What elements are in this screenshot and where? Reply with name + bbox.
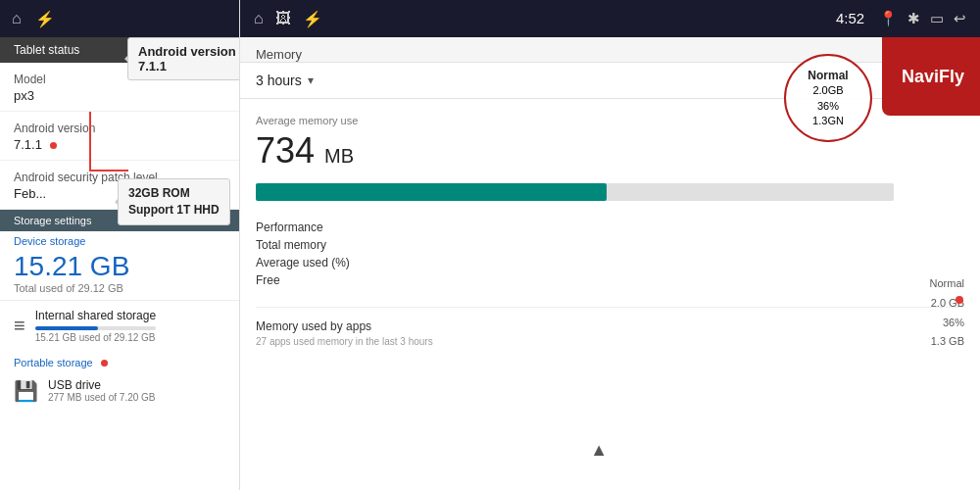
status-icons-right: 📍 ✱ ▭ ↩ [879, 10, 966, 27]
normal-label: Normal [808, 68, 848, 84]
normal-v3: 1.3GN [812, 114, 844, 128]
internal-storage-title: Internal shared storage [35, 309, 156, 322]
stat-total: Total memory [256, 238, 350, 252]
usb-drive-text: USB drive 277 MB used of 7.20 GB [48, 378, 156, 403]
memory-label: Memory [256, 47, 302, 62]
internal-storage-sub: 15.21 GB used of 29.12 GB [35, 332, 156, 343]
tablet-status-panel: ⌂ ⚡ Tablet status Model px3 Android vers… [0, 0, 240, 490]
bluetooth-icon: ✱ [907, 10, 920, 27]
storage-callout: 32GB ROM Support 1T HHD [118, 178, 230, 225]
device-storage-link[interactable]: Device storage [0, 231, 239, 247]
memory-stat-col: Performance Total memory Average used (%… [256, 220, 350, 291]
memory-apps-sub: 27 apps used memory in the last 3 hours [256, 336, 964, 347]
usb-icon-r: ⚡ [303, 10, 322, 28]
storage-size-section: 15.21 GB Total used of 29.12 GB [0, 247, 239, 300]
stat-performance: Performance [256, 220, 350, 234]
upload-icon[interactable]: ▲ [590, 440, 608, 461]
internal-storage-text: Internal shared storage 15.21 GB used of… [35, 309, 156, 343]
back-icon: ↩ [954, 10, 966, 27]
android-version-label: Android version [14, 122, 225, 135]
usb-drive-title: USB drive [48, 378, 156, 392]
portable-storage-link[interactable]: Portable storage [0, 351, 239, 370]
location-icon: 📍 [879, 10, 898, 27]
storage-settings-btn[interactable]: Storage settings [14, 215, 92, 226]
memory-panel: ⌂ 🖼 ⚡ 4:52 📍 ✱ ▭ ↩ NaviFly Memory 3 hour… [240, 0, 980, 490]
right-stats: Normal 2.0 GB 36% 1.3 GB [930, 274, 964, 352]
right-stat-label: Normal [930, 274, 964, 294]
internal-storage-item[interactable]: ≡ Internal shared storage 15.21 GB used … [0, 300, 239, 351]
stat-avg-used: Average used (%) [256, 256, 350, 270]
red-line-h1 [89, 170, 128, 172]
usb-icon-2: 💾 [14, 379, 38, 403]
memory-apps-section: Memory used by apps 27 apps used memory … [256, 307, 964, 347]
android-version-dot [50, 142, 57, 149]
navifly-brand: NaviFly [882, 37, 980, 116]
portable-storage-dot [101, 360, 108, 367]
normal-callout-circle: Normal 2.0GB 36% 1.3GN [784, 54, 872, 142]
normal-v1: 2.0GB [812, 83, 843, 98]
usb-drive-item[interactable]: 💾 USB drive 277 MB used of 7.20 GB [0, 370, 239, 411]
dropdown-arrow-icon[interactable]: ▾ [308, 74, 314, 87]
tablet-status-label: Tablet status [14, 43, 79, 57]
android-version-callout: Android version7.1.1 [127, 37, 240, 80]
stat-free: Free [256, 273, 350, 287]
usb-icon: ⚡ [35, 10, 55, 28]
memory-bar-fill [256, 183, 607, 201]
memory-stats: Performance Total memory Average used (%… [256, 220, 964, 291]
storage-bar-fill [35, 326, 98, 330]
status-bar-right: ⌂ 🖼 ⚡ 4:52 📍 ✱ ▭ ↩ [240, 0, 980, 37]
avg-memory-unit: MB [324, 145, 354, 167]
red-line-v1 [89, 112, 91, 171]
memory-apps-title: Memory used by apps [256, 319, 964, 333]
memory-left: Average memory use 734 MB Performance To… [256, 115, 964, 347]
android-version-item: Android version 7.1.1 [0, 112, 239, 161]
memory-header: Memory [240, 37, 980, 63]
window-icon: ▭ [930, 10, 944, 27]
normal-v2: 36% [817, 99, 839, 114]
memory-bar-container [256, 183, 894, 201]
right-stat-v3: 1.3 GB [930, 332, 964, 352]
time-filter-value[interactable]: 3 hours [256, 73, 302, 88]
right-stat-v2: 36% [930, 314, 964, 333]
storage-gb: 15.21 GB [14, 251, 129, 281]
usb-drive-sub: 277 MB used of 7.20 GB [48, 392, 156, 403]
storage-sub: Total used of 29.12 GB [14, 282, 225, 294]
home-icon-r: ⌂ [254, 10, 264, 27]
model-value: px3 [14, 88, 225, 103]
connector-dot [956, 296, 963, 304]
storage-bar [35, 326, 156, 330]
home-icon: ⌂ [12, 10, 22, 27]
photo-icon-r: 🖼 [275, 10, 291, 27]
status-bar-left: ⌂ ⚡ [0, 0, 239, 37]
avg-memory-value: 734 MB [256, 130, 964, 172]
storage-icon: ≡ [14, 315, 25, 337]
android-version-value: 7.1.1 [14, 137, 225, 152]
memory-content: Average memory use 734 MB Performance To… [240, 99, 980, 347]
